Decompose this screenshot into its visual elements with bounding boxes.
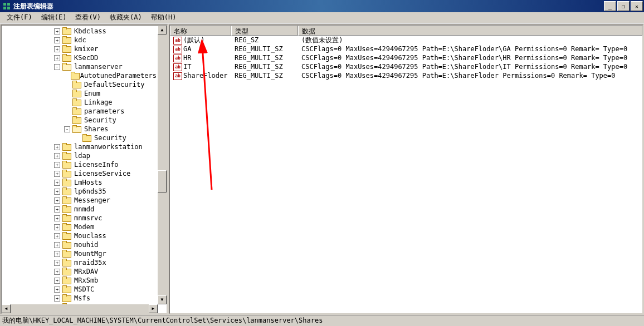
- expand-icon[interactable]: +: [54, 269, 60, 275]
- expand-icon[interactable]: +: [54, 55, 60, 61]
- menu-file[interactable]: 文件(F): [2, 12, 37, 23]
- scroll-down-button[interactable]: ▼: [158, 295, 167, 304]
- col-name[interactable]: 名称: [170, 26, 231, 36]
- expand-icon[interactable]: +: [54, 189, 60, 195]
- tree-label: Messenger: [73, 196, 111, 204]
- tree-item[interactable]: +Messenger: [2, 196, 158, 205]
- tree-item[interactable]: +mouhid: [2, 240, 158, 249]
- tree-item[interactable]: Security: [2, 134, 158, 142]
- tree-item[interactable]: +kdc: [2, 36, 158, 45]
- expand-icon[interactable]: +: [54, 242, 60, 248]
- expand-icon[interactable]: +: [54, 233, 60, 239]
- col-data[interactable]: 数据: [298, 26, 642, 36]
- expand-icon[interactable]: +: [54, 251, 60, 257]
- tree-item[interactable]: +LicenseService: [2, 169, 158, 178]
- value-type-cell: REG_MULTI_SZ: [231, 71, 298, 80]
- menu-help[interactable]: 帮助(H): [147, 12, 181, 23]
- folder-icon: [62, 223, 71, 231]
- tree-item[interactable]: +Msfs: [2, 294, 158, 303]
- folder-icon: [62, 179, 71, 186]
- folder-icon: [62, 268, 71, 275]
- collapse-icon[interactable]: -: [64, 126, 70, 132]
- tree-item[interactable]: DefaultSecurity: [2, 80, 158, 89]
- folder-icon: [62, 259, 71, 266]
- expand-icon[interactable]: +: [54, 144, 60, 150]
- expander-none: [64, 82, 70, 88]
- expand-icon[interactable]: +: [54, 295, 60, 302]
- tree-label: lanmanserver: [73, 63, 124, 71]
- scroll-thumb[interactable]: [158, 170, 167, 192]
- expand-icon[interactable]: +: [54, 215, 60, 221]
- menu-view[interactable]: 查看(V): [71, 12, 105, 23]
- expand-icon[interactable]: +: [54, 46, 60, 52]
- tree-item[interactable]: +Mouclass: [2, 231, 158, 240]
- menu-edit[interactable]: 编辑(E): [37, 12, 71, 23]
- tree-item[interactable]: +mnmsrvc: [2, 214, 158, 223]
- scroll-right-button[interactable]: ▶: [149, 304, 158, 313]
- value-row[interactable]: ab(默认)REG_SZ(数值未设置): [170, 36, 642, 45]
- tree-item[interactable]: AutotunedParameters: [2, 71, 158, 80]
- tree-item[interactable]: +mraid35x: [2, 258, 158, 267]
- expand-icon[interactable]: +: [54, 206, 60, 213]
- scroll-left-button[interactable]: ◀: [2, 304, 11, 313]
- value-row[interactable]: abGAREG_MULTI_SZCSCFlags=0 MaxUses=42949…: [170, 45, 642, 53]
- expand-icon[interactable]: +: [54, 260, 60, 266]
- tree-item[interactable]: +MSDTC: [2, 285, 158, 294]
- string-value-icon: ab: [173, 55, 182, 62]
- tree-vertical-scrollbar[interactable]: ▲ ▼: [158, 26, 167, 304]
- expand-icon[interactable]: +: [54, 37, 60, 43]
- tree-item[interactable]: parameters: [2, 107, 158, 116]
- value-data-cell: CSCFlags=0 MaxUses=4294967295 Path=E:\Sh…: [298, 45, 632, 53]
- tree-item[interactable]: +LicenseInfo: [2, 160, 158, 169]
- expand-icon[interactable]: +: [54, 287, 60, 293]
- tree-item[interactable]: -lanmanserver: [2, 62, 158, 71]
- value-row[interactable]: abITREG_MULTI_SZCSCFlags=0 MaxUses=42949…: [170, 62, 642, 71]
- expand-icon[interactable]: +: [54, 28, 60, 34]
- expand-icon[interactable]: +: [54, 224, 60, 230]
- tree-item[interactable]: +Modem: [2, 223, 158, 231]
- value-row[interactable]: abShareFloderREG_MULTI_SZCSCFlags=0 MaxU…: [170, 71, 642, 80]
- tree-item[interactable]: +MRxSmb: [2, 276, 158, 285]
- tree-item[interactable]: +lanmanworkstation: [2, 142, 158, 151]
- value-name-cell: abHR: [170, 53, 231, 62]
- tree-item[interactable]: +kmixer: [2, 45, 158, 53]
- expand-icon[interactable]: +: [54, 180, 60, 186]
- folder-icon: [72, 98, 81, 106]
- value-row[interactable]: abHRREG_MULTI_SZCSCFlags=0 MaxUses=42949…: [170, 53, 642, 62]
- expand-icon[interactable]: +: [54, 171, 60, 177]
- menu-favorites[interactable]: 收藏夹(A): [105, 12, 147, 23]
- tree-item[interactable]: +LmHosts: [2, 178, 158, 187]
- col-type[interactable]: 类型: [231, 26, 298, 36]
- expand-icon[interactable]: +: [54, 197, 60, 204]
- value-type-cell: REG_MULTI_SZ: [231, 53, 298, 62]
- tree-item[interactable]: Linkage: [2, 98, 158, 107]
- tree-item[interactable]: +lp6nds35: [2, 187, 158, 196]
- tree-item[interactable]: +MRxDAV: [2, 267, 158, 276]
- tree-label: Kbdclass: [73, 27, 108, 35]
- expand-icon[interactable]: +: [54, 162, 60, 168]
- folder-icon: [62, 45, 71, 53]
- close-button[interactable]: ✕: [631, 1, 643, 11]
- tree-item[interactable]: +mnmdd: [2, 205, 158, 214]
- tree-item[interactable]: +ldap: [2, 151, 158, 160]
- tree-item[interactable]: Enum: [2, 89, 158, 98]
- window-titlebar: 注册表编辑器: [0, 0, 644, 12]
- tree-item[interactable]: Security: [2, 116, 158, 125]
- folder-icon: [62, 187, 71, 195]
- tree-item[interactable]: +KSecDD: [2, 53, 158, 62]
- tree-label: LicenseInfo: [73, 161, 119, 169]
- expand-icon[interactable]: +: [54, 153, 60, 159]
- scroll-thumb-h[interactable]: [11, 304, 141, 313]
- tree-horizontal-scrollbar[interactable]: ◀ ▶: [2, 304, 158, 313]
- tree-pane[interactable]: +Kbdclass+kdc+kmixer+KSecDD-lanmanserver…: [1, 24, 168, 314]
- values-pane[interactable]: 名称 类型 数据 ab(默认)REG_SZ(数值未设置)abGAREG_MULT…: [169, 24, 643, 314]
- collapse-icon[interactable]: -: [54, 64, 60, 70]
- tree-item[interactable]: +MountMgr: [2, 249, 158, 258]
- minimize-button[interactable]: _: [604, 1, 616, 11]
- window-title: 注册表编辑器: [13, 2, 53, 11]
- expand-icon[interactable]: +: [54, 278, 60, 284]
- tree-item[interactable]: +Kbdclass: [2, 27, 158, 36]
- scroll-up-button[interactable]: ▲: [158, 26, 167, 34]
- maximize-button[interactable]: ❐: [617, 1, 630, 11]
- tree-item[interactable]: -Shares: [2, 125, 158, 134]
